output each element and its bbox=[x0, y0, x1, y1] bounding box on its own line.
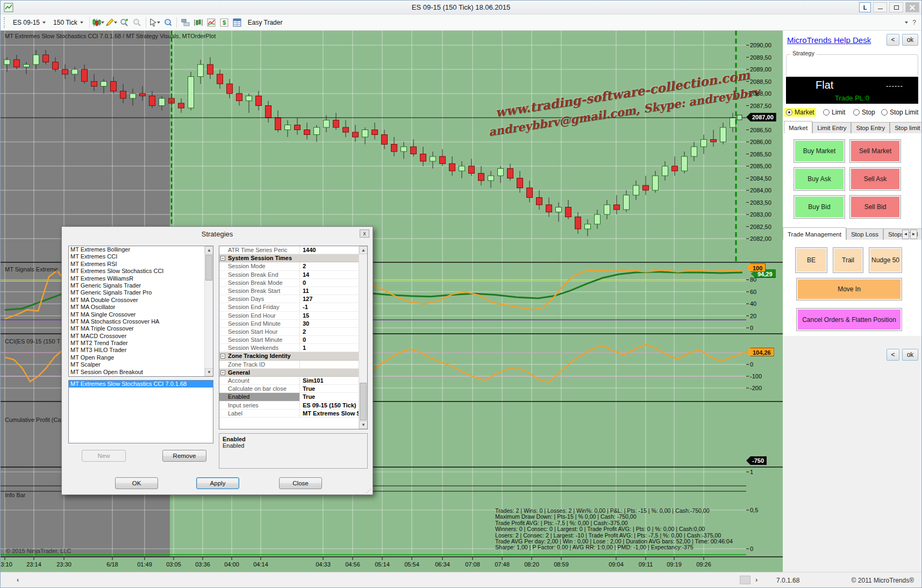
cursor-tool-button[interactable] bbox=[149, 17, 161, 28]
strategy-list-item[interactable]: MT Extremes WilliamsR bbox=[69, 275, 213, 282]
sell-market-button[interactable]: Sell Market bbox=[849, 139, 901, 163]
property-row[interactable]: AccountSim101 bbox=[219, 377, 367, 385]
close-button[interactable] bbox=[905, 2, 919, 12]
toolbar-grip[interactable] bbox=[4, 17, 6, 28]
apply-button[interactable]: Apply bbox=[196, 477, 239, 489]
scroll-left-icon[interactable]: ‹ bbox=[17, 576, 19, 584]
panel-ok-button[interactable]: ok bbox=[902, 34, 918, 46]
indicators-button[interactable] bbox=[205, 17, 217, 28]
tab-stop-loss[interactable]: Stop Loss bbox=[846, 228, 883, 240]
strategy-list-item[interactable]: MT MA Stochastics Crossover HA bbox=[69, 318, 213, 325]
strategy-list-item[interactable]: MT MA Double Crossover bbox=[69, 297, 213, 304]
property-category-row[interactable]: −General bbox=[219, 369, 367, 377]
minimize-button[interactable] bbox=[873, 2, 887, 12]
property-value[interactable]: MT Extremes Slow Stc bbox=[300, 410, 367, 417]
property-row[interactable]: Zone Track ID bbox=[219, 361, 367, 369]
property-value[interactable]: 127 bbox=[300, 295, 367, 303]
list-scrollbar[interactable]: ▲ ▼ bbox=[204, 246, 213, 376]
radio-market[interactable]: Market bbox=[784, 108, 816, 117]
layout-button[interactable]: L bbox=[859, 2, 871, 12]
crosshair-button[interactable] bbox=[162, 17, 174, 28]
strategy-list-item[interactable]: MT MACD Crossover bbox=[69, 333, 213, 340]
property-value[interactable]: -1 bbox=[300, 303, 367, 311]
ok-button[interactable]: OK bbox=[115, 477, 158, 489]
horizontal-scrollbar-thumb[interactable] bbox=[740, 576, 751, 584]
property-category-row[interactable]: −System Session Times bbox=[219, 254, 367, 262]
zoom-out-button[interactable] bbox=[131, 17, 143, 28]
strategy-list-item[interactable]: MT Generic Signals Trader Pro bbox=[69, 289, 213, 296]
dialog-close-icon[interactable]: x bbox=[360, 230, 369, 238]
property-row[interactable]: Session End Minute30 bbox=[219, 320, 367, 328]
scroll-right-icon[interactable]: › bbox=[755, 576, 757, 584]
tab-scroll-left-icon[interactable]: ◄ bbox=[902, 230, 909, 239]
strategy-list-item[interactable]: MT Extremes Bollinger bbox=[69, 246, 213, 253]
helpdesk-link[interactable]: MicroTrends Help Desk bbox=[787, 35, 871, 45]
radio-stop-limit[interactable]: Stop Limit bbox=[880, 108, 920, 117]
property-row[interactable]: Session Days127 bbox=[219, 295, 367, 303]
sell-ask-button[interactable]: Sell Ask bbox=[849, 167, 901, 191]
property-value[interactable]: 14 bbox=[300, 271, 367, 278]
scroll-up-icon[interactable]: ▲ bbox=[359, 246, 368, 254]
radio-limit[interactable]: Limit bbox=[821, 108, 847, 117]
help-icon[interactable]: ? bbox=[912, 19, 916, 26]
strategy-list-item[interactable]: MT Generic Signals Trader bbox=[69, 282, 213, 289]
panel-layout-button[interactable] bbox=[180, 17, 191, 28]
property-row[interactable]: Session Break End14 bbox=[219, 271, 367, 279]
tab-market[interactable]: Market bbox=[784, 121, 812, 133]
strategy-list-item[interactable]: MT Open Range bbox=[69, 354, 213, 361]
property-value[interactable]: 1440 bbox=[300, 246, 367, 254]
configured-strategies-list[interactable]: MT Extremes Slow Stochastics CCI 7.0.1.6… bbox=[68, 380, 213, 443]
property-row[interactable]: Calculate on bar closeTrue bbox=[219, 385, 367, 393]
available-strategies-list[interactable]: MT Extremes BollingerMT Extremes CCIMT E… bbox=[68, 246, 213, 377]
property-row[interactable]: Session Start Minute0 bbox=[219, 336, 367, 344]
strategy-list-item[interactable]: MT Session Open Breakout bbox=[69, 369, 213, 376]
instrument-selector[interactable]: ES 09-15 bbox=[9, 17, 49, 28]
strategy-list-item[interactable]: MT MA Oscillator bbox=[69, 304, 213, 311]
property-value[interactable]: True bbox=[300, 385, 367, 392]
property-row[interactable]: Session Start Hour2 bbox=[219, 328, 367, 336]
panel-ok-button-2[interactable]: ok bbox=[902, 349, 918, 361]
property-value[interactable]: 11 bbox=[300, 287, 367, 295]
property-value[interactable]: ES 09-15 (150 Tick) bbox=[300, 401, 367, 409]
strategy-list-item[interactable]: MT Extremes Slow Stochastics CCI bbox=[69, 268, 213, 275]
configured-strategy-item[interactable]: MT Extremes Slow Stochastics CCI 7.0.1.6… bbox=[69, 381, 213, 388]
panel-back-button-2[interactable]: < bbox=[887, 349, 899, 361]
radio-stop[interactable]: Stop bbox=[852, 108, 877, 117]
zoom-in-button[interactable] bbox=[118, 17, 130, 28]
strategy-list-item[interactable]: MT Scalper bbox=[69, 361, 213, 368]
property-row[interactable]: Session Weekends1 bbox=[219, 344, 367, 352]
scrollbar-thumb[interactable] bbox=[205, 255, 212, 281]
scroll-down-icon[interactable]: ▼ bbox=[205, 368, 213, 376]
tab-scroll-right-icon[interactable]: ► bbox=[910, 230, 917, 239]
account-performance-button[interactable]: $ bbox=[218, 17, 230, 28]
property-value[interactable]: 0 bbox=[300, 279, 367, 286]
scroll-up-icon[interactable]: ▲ bbox=[205, 246, 213, 254]
strategy-list-item[interactable]: MT Extremes RSI bbox=[69, 261, 213, 268]
interval-selector[interactable]: 150 Tick bbox=[49, 17, 87, 28]
strategy-list-item[interactable]: MT MT3 HILO Trader bbox=[69, 347, 213, 354]
property-value[interactable]: 30 bbox=[300, 320, 367, 327]
property-row[interactable]: Session Break Mode0 bbox=[219, 279, 367, 287]
property-value[interactable] bbox=[300, 361, 367, 368]
chart-style-button[interactable] bbox=[92, 17, 104, 28]
panel-back-button[interactable]: < bbox=[887, 34, 899, 46]
drawing-tools-button[interactable] bbox=[105, 17, 117, 28]
grid-scrollbar[interactable]: ▲ ▼ bbox=[359, 246, 367, 429]
property-value[interactable]: 2 bbox=[300, 262, 367, 270]
tab-limit-entry[interactable]: Limit Entry bbox=[812, 122, 851, 133]
dialog-resize-grip[interactable]: ⋰ bbox=[366, 488, 371, 493]
maximize-button[interactable] bbox=[889, 2, 903, 12]
remove-button[interactable]: Remove bbox=[162, 450, 206, 462]
scrollbar-thumb[interactable] bbox=[360, 383, 367, 420]
tab-stop-limit-entry[interactable]: Stop limit Entry bbox=[890, 122, 922, 133]
property-row[interactable]: EnabledTrue bbox=[219, 393, 367, 401]
property-row[interactable]: Input seriesES 09-15 (150 Tick) bbox=[219, 401, 367, 410]
property-category-row[interactable]: −Zone Tracking Identity bbox=[219, 352, 367, 360]
property-row[interactable]: ATR Time Series Peric1440 bbox=[219, 246, 367, 254]
sell-bid-button[interactable]: Sell Bid bbox=[849, 195, 901, 219]
property-row[interactable]: LabelMT Extremes Slow Stc bbox=[219, 410, 367, 418]
property-value[interactable]: 0 bbox=[300, 336, 367, 343]
property-row[interactable]: Session Break Start11 bbox=[219, 287, 367, 295]
property-value[interactable]: 15 bbox=[300, 312, 367, 319]
strategy-list-item[interactable]: MT Extremes CCI bbox=[69, 253, 213, 260]
